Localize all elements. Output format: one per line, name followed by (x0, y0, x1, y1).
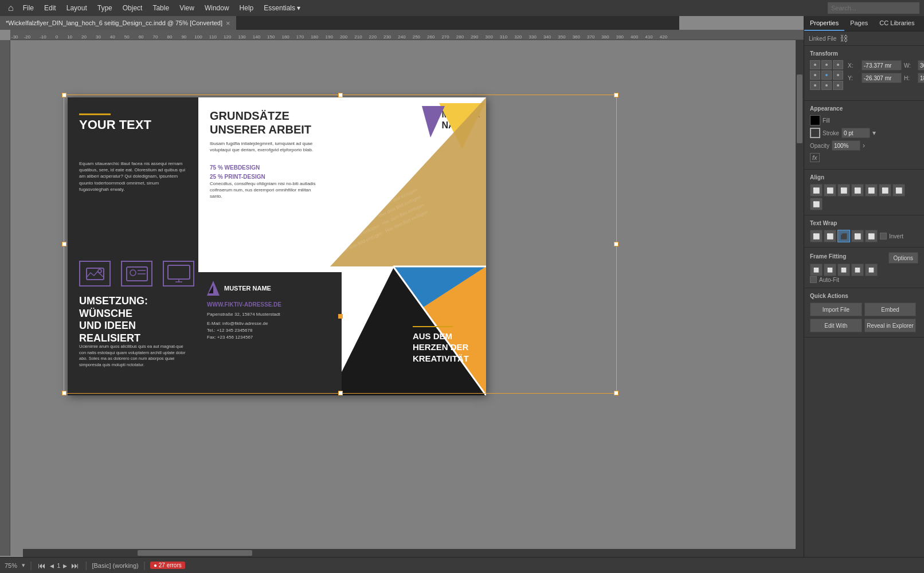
opacity-expand-icon[interactable]: › (863, 142, 865, 150)
right-body2: Conecdtus, consdfequ ofdigniam nisi no-b… (210, 180, 324, 200)
text-wrap-title: Text Wrap (810, 220, 918, 226)
fill-label: Fill (823, 117, 830, 124)
ff-center[interactable]: ⬜ (865, 264, 878, 276)
ref-bc[interactable] (821, 81, 832, 90)
align-center-v[interactable]: ⬜ (865, 184, 878, 197)
icons-row (79, 261, 194, 286)
stroke-dropdown-icon[interactable]: ▾ (872, 129, 876, 137)
fill-swatch[interactable] (810, 115, 820, 125)
first-page-button[interactable]: ⏮ (37, 561, 47, 570)
ref-tr[interactable] (833, 60, 843, 69)
close-tab-icon[interactable]: × (226, 19, 230, 28)
menu-layout[interactable]: Layout (62, 3, 92, 13)
bottom-right-text: AUS DEM HERZEN DER KREATIVITÄT (413, 326, 469, 364)
ref-mr[interactable] (833, 70, 843, 80)
ff-fill[interactable]: ⬜ (810, 264, 823, 276)
menu-view[interactable]: View (175, 3, 199, 13)
tw-contour[interactable]: ⬜ (865, 230, 878, 242)
left-bottom-title: UMSETZUNG: WÜNSCHE UND IDEEN REALISIERT (79, 295, 148, 344)
reveal-in-explorer-button[interactable]: Reveal in Explorer (864, 319, 917, 332)
next-page-button[interactable]: ▸ (62, 561, 68, 570)
menu-type[interactable]: Type (93, 3, 117, 13)
w-input[interactable] (918, 60, 924, 70)
menu-table[interactable]: Table (148, 3, 174, 13)
invert-label: Invert (889, 233, 903, 240)
menu-object[interactable]: Object (118, 3, 147, 13)
ref-tc[interactable] (821, 60, 832, 69)
menu-window[interactable]: Window (200, 3, 234, 13)
distribute-h[interactable]: ⬜ (892, 184, 905, 197)
y-label: Y: (848, 75, 859, 81)
vertical-scrollbar[interactable] (796, 40, 804, 549)
linked-file-label: Linked File (809, 36, 836, 42)
horizontal-scrollbar[interactable] (23, 549, 804, 557)
reference-point-grid (810, 60, 843, 90)
prev-page-button[interactable]: ◂ (49, 561, 55, 570)
menu-help[interactable]: Help (235, 3, 259, 13)
ruler-top: -30 -20 -10 0 10 20 30 40 50 60 70 80 90… (10, 30, 804, 40)
edit-with-button[interactable]: Edit With (810, 319, 862, 332)
doc-left-panel: YOUR TEXT Equam sitauearchic illaut face… (68, 97, 198, 395)
text-wrap-controls: ⬜ ⬜ ⬛ ⬜ ⬜ Invert (810, 230, 918, 242)
properties-panel: Properties Pages CC Libraries Linked Fil… (804, 16, 924, 573)
x-input[interactable] (862, 60, 902, 70)
tw-wrap[interactable]: ⬜ (824, 230, 836, 242)
align-right[interactable]: ⬜ (837, 184, 850, 197)
opacity-input[interactable] (832, 140, 860, 151)
tab-properties[interactable]: Properties (804, 16, 844, 31)
invert-checkbox[interactable] (880, 233, 887, 240)
stroke-input[interactable] (841, 128, 870, 138)
fill-row: Fill (810, 115, 918, 125)
embed-button[interactable]: Embed (864, 303, 917, 316)
ref-mc[interactable] (821, 70, 832, 80)
tw-jump[interactable]: ⬛ (837, 230, 850, 242)
stroke-row: Stroke ▾ (810, 128, 918, 138)
search-input[interactable] (828, 2, 919, 14)
menu-edit[interactable]: Edit (40, 3, 61, 13)
tab-cc-libraries[interactable]: CC Libraries (874, 16, 920, 31)
svg-point-1 (98, 269, 101, 273)
options-button[interactable]: Options (888, 252, 918, 264)
document-tab[interactable]: *Wickelfalzflyer_DIN_lang_hoch_6 seitig_… (0, 16, 236, 30)
tw-next[interactable]: ⬜ (851, 230, 864, 242)
zoom-dropdown[interactable]: ▾ (22, 562, 25, 569)
error-badge[interactable]: ● 27 errors (150, 562, 185, 569)
ref-br[interactable] (833, 81, 843, 90)
essentials-button[interactable]: Essentials ▾ (259, 3, 305, 13)
align-top[interactable]: ⬜ (851, 184, 864, 197)
import-file-button[interactable]: Import File (810, 303, 862, 316)
zoom-level: 75% (5, 562, 17, 569)
menu-file[interactable]: File (18, 3, 38, 13)
ff-fit-content[interactable]: ⬜ (837, 264, 850, 276)
ref-tl[interactable] (810, 60, 820, 69)
contact-address: Papenstraße 32, 15874 Musterstadt E-Mail… (207, 311, 333, 341)
menubar: ⌂ File Edit Layout Type Object Table Vie… (0, 0, 924, 16)
align-center-h[interactable]: ⬜ (824, 184, 836, 197)
ff-fit-proportional[interactable]: ⬜ (851, 264, 864, 276)
align-buttons: ⬜ ⬜ ⬜ ⬜ ⬜ ⬜ ⬜ ⬜ (810, 184, 918, 210)
home-icon[interactable]: ⌂ (5, 2, 17, 14)
icon-monitor (163, 261, 194, 286)
ref-ml[interactable] (810, 70, 820, 80)
transform-section: Transform X: W: (804, 46, 924, 101)
ff-fit-frame[interactable]: ⬜ (824, 264, 836, 276)
distribute-v[interactable]: ⬜ (810, 198, 823, 210)
tab-pages[interactable]: Pages (844, 16, 874, 31)
autofit-checkbox[interactable] (810, 276, 817, 283)
h-input[interactable] (918, 73, 924, 83)
frame-fitting-title: Frame Fitting (810, 253, 846, 260)
align-bottom[interactable]: ⬜ (879, 184, 891, 197)
autofit-row: Auto-Fit (810, 276, 918, 283)
fx-icon[interactable]: fx (810, 153, 820, 162)
appearance-section: Appearance Fill Stroke ▾ Opacity › fx (804, 101, 924, 170)
y-input[interactable] (862, 73, 902, 83)
contact-logo: MUSTER NAME (207, 281, 333, 296)
tw-none[interactable]: ⬜ (810, 230, 823, 242)
align-left[interactable]: ⬜ (810, 184, 823, 197)
stroke-swatch[interactable] (810, 128, 820, 138)
last-page-button[interactable]: ⏭ (70, 561, 80, 570)
ref-bl[interactable] (810, 81, 820, 90)
handle-tl (62, 93, 66, 97)
transform-controls: X: W: Y: H: (810, 60, 918, 92)
frame-fit-buttons: ⬜ ⬜ ⬜ ⬜ ⬜ (810, 264, 918, 276)
